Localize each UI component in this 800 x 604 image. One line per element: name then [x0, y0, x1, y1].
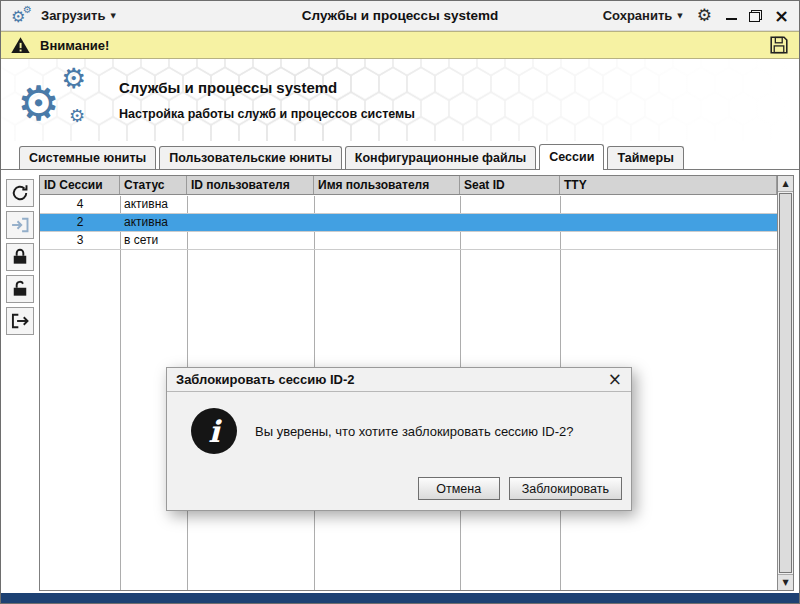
- activate-session-button[interactable]: [6, 211, 34, 239]
- lock-session-dialog: Заблокировать сессию ID-2 × i Вы уверены…: [166, 367, 632, 511]
- cell-seat-id: [460, 196, 560, 213]
- vertical-scrollbar[interactable]: ▲ ▼: [777, 176, 793, 590]
- tab-user-units[interactable]: Пользовательские юниты: [159, 146, 342, 169]
- app-logo: ⚙ ⚙ ⚙: [15, 61, 101, 139]
- table-row-session-3[interactable]: 3 в сети: [40, 232, 777, 250]
- scroll-down-button[interactable]: ▼: [778, 574, 793, 590]
- page-title: Службы и процессы systemd: [119, 79, 337, 96]
- hexagon-fade-overlay: [1, 59, 799, 141]
- save-menu-button[interactable]: Сохранить ▼: [603, 8, 683, 23]
- scroll-up-button[interactable]: ▲: [778, 176, 793, 192]
- dialog-titlebar: Заблокировать сессию ID-2 ×: [167, 368, 631, 392]
- session-toolbar: [1, 170, 38, 593]
- settings-gear-icon[interactable]: ⚙: [697, 7, 712, 24]
- cancel-button[interactable]: Отмена: [418, 477, 500, 500]
- load-menu-label: Загрузить: [41, 8, 105, 23]
- column-header-seat-id[interactable]: Seat ID: [460, 176, 560, 194]
- lock-confirm-button[interactable]: Заблокировать: [509, 477, 622, 500]
- minimize-button[interactable]: [726, 18, 737, 20]
- tab-config-files[interactable]: Конфигурационные файлы: [345, 146, 536, 169]
- dialog-title: Заблокировать сессию ID-2: [176, 372, 355, 387]
- cell-status: активна: [120, 214, 187, 231]
- logout-icon: [10, 311, 30, 331]
- load-menu-button[interactable]: Загрузить ▼: [41, 8, 116, 23]
- logo-gear-large-icon: ⚙: [17, 79, 60, 127]
- window-controls: ×: [726, 7, 789, 25]
- column-header-user-id[interactable]: ID пользователя: [187, 176, 314, 194]
- cell-session-id: 2: [40, 214, 120, 231]
- column-header-session-id[interactable]: ID Сессии: [40, 176, 120, 194]
- cell-seat-id: [460, 232, 560, 249]
- cell-session-id: 4: [40, 196, 120, 213]
- dialog-message: Вы уверены, что хотите заблокировать сес…: [255, 424, 574, 439]
- dialog-close-icon[interactable]: ×: [608, 371, 622, 388]
- app-header: ⚙ ⚙ ⚙ Службы и процессы systemd Настройк…: [1, 59, 799, 141]
- warning-triangle-icon: [10, 35, 31, 56]
- floppy-disk-icon: [768, 34, 790, 56]
- titlebar: ⚙ ⚙ Загрузить ▼ Службы и процессы system…: [1, 1, 799, 31]
- scrollbar-thumb[interactable]: [779, 193, 792, 573]
- dialog-actions: Отмена Заблокировать: [418, 477, 622, 500]
- activate-session-icon: [10, 215, 30, 235]
- info-icon: i: [191, 408, 237, 454]
- table-row-session-2[interactable]: 2 активна: [40, 214, 777, 232]
- titlebar-right: Сохранить ▼ ⚙ ×: [603, 7, 789, 25]
- cell-user-name: [314, 196, 460, 213]
- tab-timers[interactable]: Таймеры: [607, 146, 683, 169]
- table-header: ID Сессии Статус ID пользователя Имя пол…: [40, 176, 777, 195]
- chevron-down-icon: ▼: [110, 12, 115, 20]
- status-bar: [1, 593, 799, 603]
- save-menu-label: Сохранить: [603, 8, 673, 23]
- refresh-icon: [10, 183, 30, 203]
- refresh-button[interactable]: [6, 179, 34, 207]
- app-gears-icon: ⚙ ⚙: [11, 5, 33, 27]
- info-glyph: i: [208, 414, 219, 449]
- app-window: ⚙ ⚙ Загрузить ▼ Службы и процессы system…: [0, 0, 800, 604]
- cell-status: в сети: [120, 232, 187, 249]
- titlebar-left: ⚙ ⚙ Загрузить ▼: [11, 5, 116, 27]
- close-button[interactable]: ×: [774, 7, 789, 25]
- tab-bar: Системные юниты Пользовательские юниты К…: [1, 141, 799, 170]
- tab-system-units[interactable]: Системные юниты: [19, 146, 156, 169]
- cell-seat-id: [460, 214, 560, 231]
- cell-tty: [560, 196, 777, 213]
- chevron-down-icon: ▼: [677, 12, 682, 20]
- column-header-status[interactable]: Статус: [120, 176, 187, 194]
- lock-icon: [10, 247, 30, 267]
- cell-user-id: [187, 196, 314, 213]
- column-header-user-name[interactable]: Имя пользователя: [314, 176, 460, 194]
- cell-status: активна: [120, 196, 187, 213]
- unlock-icon: [10, 279, 30, 299]
- cell-tty: [560, 214, 777, 231]
- column-divider: [120, 196, 121, 590]
- logo-gear-small-icon: ⚙: [69, 107, 85, 125]
- lock-session-button[interactable]: [6, 243, 34, 271]
- save-file-button[interactable]: [768, 34, 790, 56]
- gear-icon-small: ⚙: [23, 5, 32, 15]
- cell-user-id: [187, 214, 314, 231]
- maximize-button[interactable]: [749, 10, 762, 22]
- column-header-tty[interactable]: TTY: [560, 176, 777, 194]
- tab-sessions[interactable]: Сессии: [539, 144, 604, 170]
- cell-user-id: [187, 232, 314, 249]
- main-content: ID Сессии Статус ID пользователя Имя пол…: [1, 170, 799, 593]
- cell-session-id: 3: [40, 232, 120, 249]
- warning-bar: Внимание!: [1, 31, 799, 59]
- terminate-session-button[interactable]: [6, 307, 34, 335]
- dialog-body: i Вы уверены, что хотите заблокировать с…: [167, 392, 631, 454]
- unlock-session-button[interactable]: [6, 275, 34, 303]
- cell-user-name: [314, 214, 460, 231]
- table-row-session-4[interactable]: 4 активна: [40, 196, 777, 214]
- warning-label: Внимание!: [40, 38, 109, 53]
- page-subtitle: Настройка работы служб и процессов систе…: [119, 107, 415, 121]
- cell-user-name: [314, 232, 460, 249]
- logo-gear-medium-icon: ⚙: [61, 65, 86, 93]
- cell-tty: [560, 232, 777, 249]
